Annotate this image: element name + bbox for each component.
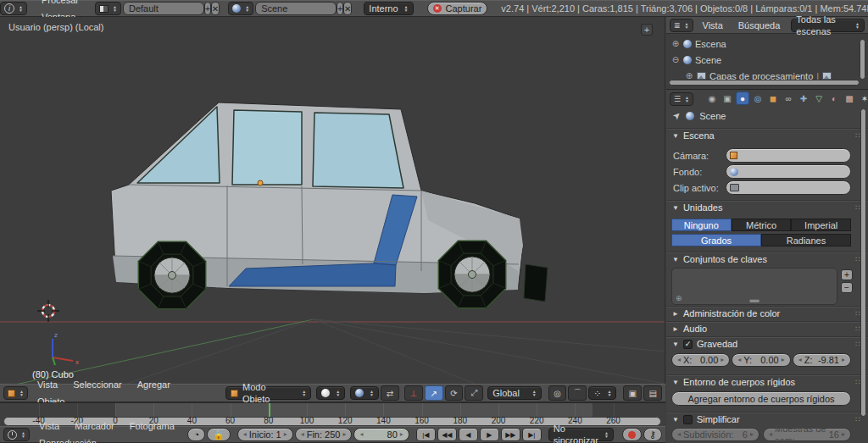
viewport-menu-vista[interactable]: Vista — [30, 376, 65, 393]
orientation-selector[interactable]: Global ▲▼ — [487, 386, 542, 400]
car-model[interactable] — [111, 102, 548, 309]
button-radianes[interactable]: Radianes — [761, 234, 851, 246]
scale-manipulator-button[interactable]: ⤢ — [465, 385, 483, 401]
panel-header-keyingsets[interactable]: ▼ Conjuntos de claves∷ — [666, 252, 868, 265]
expander-icon[interactable]: ⊕ — [671, 39, 680, 48]
tab-texture[interactable]: ▩ — [843, 91, 856, 105]
car-wheel-front[interactable] — [438, 241, 505, 307]
shading-selector[interactable]: ▲▼ — [316, 386, 345, 400]
current-frame-field[interactable]: ◂ 80 ▸ — [353, 428, 409, 441]
filter-plus-icon[interactable]: ⊕ — [676, 294, 682, 302]
remove-keying-set-button[interactable]: − — [841, 282, 853, 293]
viewport-menu-seleccionar[interactable]: Seleccionar — [65, 376, 129, 393]
outliner-filter-selector[interactable]: Todas las escenas ▲▼ — [791, 19, 865, 32]
rotate-manipulator-button[interactable]: ⟳ — [445, 385, 464, 401]
editor-type-button[interactable]: ≣ ▲▼ — [670, 19, 693, 32]
translate-manipulator-button[interactable]: ↗ — [425, 385, 443, 401]
number-field-subdivisin[interactable]: ◂Subdivisión:6▸ — [671, 428, 760, 441]
next-keyframe-button[interactable]: ▶▶ — [501, 428, 520, 441]
pivot-selector[interactable]: ▲▼ — [350, 386, 379, 400]
render-opengl-button[interactable]: ▣ — [623, 385, 642, 401]
add-layout-button[interactable]: + — [204, 2, 211, 15]
add-keying-set-button[interactable]: + — [841, 269, 853, 280]
button-ninguno[interactable]: Ninguno — [671, 219, 732, 231]
tab-world[interactable]: ◎ — [751, 91, 765, 105]
delete-scene-button[interactable]: ✕ — [343, 2, 352, 15]
number-field-z[interactable]: ◂Z:-9.81▸ — [793, 353, 851, 367]
number-field-muestrasdesom[interactable]: ◂Muestras de som:16▸ — [763, 428, 851, 441]
number-field-x[interactable]: ◂X:0.00▸ — [671, 353, 730, 367]
car-wheel-rear[interactable] — [138, 241, 205, 308]
jump-start-button[interactable]: |◀ — [416, 428, 436, 441]
button-grados[interactable]: Grados — [671, 234, 761, 246]
editor-type-button[interactable]: ▲▼ — [3, 386, 28, 400]
tab-modifiers[interactable]: ✚ — [797, 91, 810, 105]
screen-layout-icon-button[interactable]: ▲▼ — [95, 2, 121, 15]
decrement-arrow-icon[interactable]: ◂ — [301, 429, 304, 440]
lock-range-button[interactable]: 🔒 — [207, 428, 231, 441]
expander-icon[interactable]: ⊖ — [671, 55, 680, 64]
add-scene-button[interactable]: + — [337, 2, 343, 15]
timeline-menu-fotograma[interactable]: Fotograma — [122, 418, 182, 435]
render-opengl-anim-button[interactable]: ▤ — [643, 385, 662, 401]
timeline-menu-marcador[interactable]: Marcador — [67, 418, 121, 435]
outliner-vertical-scrollbar[interactable] — [860, 39, 865, 80]
manipulate-center-points-toggle[interactable]: ⇄ — [381, 385, 399, 401]
properties-vertical-scrollbar[interactable] — [860, 108, 866, 417]
frame-end-field[interactable]: ◂ Fin: 250 ▸ — [295, 428, 353, 441]
increment-arrow-icon[interactable]: ▸ — [400, 429, 403, 440]
scene-selector[interactable]: Scene — [255, 2, 337, 15]
resize-handle-icon[interactable]: ▬ — [750, 294, 760, 304]
delete-layout-button[interactable]: ✕ — [211, 2, 220, 15]
editor-type-button[interactable]: i ▲▼ — [0, 2, 27, 15]
button-métrico[interactable]: Métrico — [732, 219, 792, 231]
sync-mode-selector[interactable]: No sincronizar ▲▼ — [548, 428, 614, 441]
tab-render-layers[interactable]: ▣ — [721, 91, 734, 105]
keying-sets-list[interactable]: ⊕ ▬ — [671, 268, 837, 305]
decrement-arrow-icon[interactable]: ◂ — [243, 429, 247, 440]
add-rigidbody-world-button[interactable]: Agregar entorno de cuerpos rígidos — [671, 391, 851, 406]
button-imperial[interactable]: Imperial — [791, 219, 851, 231]
panel-header-rigidbody[interactable]: ▼ Entorno de cuerpos rígidos∷ — [666, 375, 868, 388]
outliner-item-label[interactable]: Escena — [695, 39, 726, 49]
manipulator-axis-icon[interactable]: ⊥ — [404, 385, 423, 401]
gravity-checkbox[interactable]: ✓ — [683, 340, 693, 349]
panel-header-simplify[interactable]: ▼ Simplificar∷ — [666, 413, 868, 425]
timeline-menu-vista[interactable]: Vista — [31, 418, 67, 435]
outliner-menu-vista[interactable]: Vista — [695, 17, 731, 34]
outliner-item-label[interactable]: Scene — [695, 55, 721, 65]
camera-object-field[interactable] — [726, 148, 851, 163]
play-reverse-button[interactable]: ◀ — [459, 428, 478, 441]
tab-scene[interactable]: ● — [736, 91, 749, 105]
capture-button[interactable]: ✕ Capturar — [427, 2, 488, 15]
viewport-menu-agregar[interactable]: Agregar — [130, 376, 178, 393]
play-button[interactable]: ▶ — [480, 428, 499, 441]
image-icon[interactable] — [822, 72, 832, 80]
tab-object[interactable]: ◼ — [766, 91, 780, 105]
tab-object-data[interactable]: ▽ — [812, 91, 826, 105]
snap-element-selector[interactable]: ⁘ ▲▼ — [588, 386, 616, 400]
panel-header-colormanagement[interactable]: ► Administración de color∷ — [666, 307, 868, 319]
scene-icon-button[interactable]: ▲▼ — [228, 2, 253, 15]
outliner-menu-bsqueda[interactable]: Búsqueda — [731, 17, 788, 34]
drag-dots-icon[interactable]: ∷ — [855, 415, 861, 424]
region-toggle-plus-button[interactable]: + — [641, 24, 653, 36]
panel-header-gravity[interactable]: ▼ ✓ Gravedad∷ — [666, 337, 868, 350]
menu-procesar[interactable]: Procesar — [34, 0, 86, 8]
keying-set-button[interactable]: ⚷ — [643, 428, 662, 441]
prev-keyframe-button[interactable]: ◀◀ — [437, 428, 457, 441]
simplify-checkbox[interactable] — [683, 415, 693, 424]
tab-render[interactable]: ◉ — [705, 91, 719, 105]
outliner-row[interactable]: ⊖Scene — [666, 53, 868, 66]
proportional-edit-button[interactable]: ◎ — [548, 385, 567, 401]
snap-magnet-button[interactable]: ⌒ — [568, 385, 587, 401]
record-button[interactable] — [622, 428, 642, 441]
current-frame-marker[interactable] — [269, 403, 270, 417]
decrement-arrow-icon[interactable]: ◂ — [359, 429, 363, 440]
pin-icon[interactable]: ➤ — [670, 109, 684, 123]
increment-arrow-icon[interactable]: ▸ — [342, 429, 346, 440]
editor-type-button[interactable]: ▲▼ — [3, 428, 30, 441]
panel-header-audio[interactable]: ► Audio∷ — [666, 322, 868, 335]
jump-end-button[interactable]: ▶| — [522, 428, 542, 441]
timeline-menu-reproduccin[interactable]: Reproducción — [31, 435, 104, 443]
